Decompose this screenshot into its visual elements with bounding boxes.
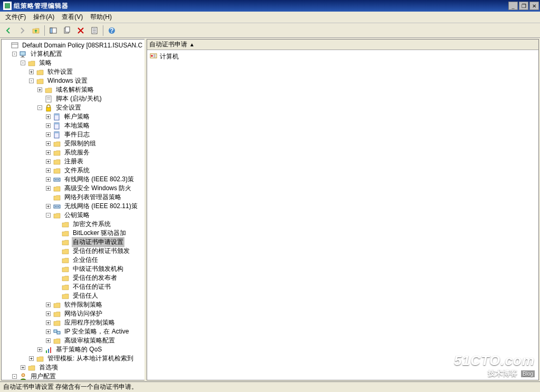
- tree-node[interactable]: +首选项: [2, 363, 144, 372]
- tree-node[interactable]: -安全设置: [2, 103, 144, 112]
- tree-node[interactable]: +无线网络 (IEEE 802.11)策: [2, 202, 144, 211]
- back-button[interactable]: [2, 24, 15, 37]
- tree-node[interactable]: 受信任的发布者: [2, 273, 144, 282]
- svg-point-32: [56, 206, 57, 207]
- tree-node[interactable]: +基于策略的 QoS: [2, 345, 144, 354]
- tree-node[interactable]: +受限制的组: [2, 139, 144, 148]
- tree-node[interactable]: 不信任的证书: [2, 282, 144, 291]
- twist-spacer: [54, 231, 59, 236]
- tree-node[interactable]: -公钥策略: [2, 211, 144, 220]
- expand-icon[interactable]: +: [46, 132, 51, 137]
- tree-node[interactable]: +高级审核策略配置: [2, 336, 144, 345]
- collapse-icon[interactable]: -: [21, 61, 25, 65]
- window-title: 组策略管理编辑器: [14, 2, 508, 11]
- expand-icon[interactable]: +: [46, 159, 51, 164]
- menu-file[interactable]: 文件(F): [2, 12, 29, 23]
- tree-node[interactable]: +软件限制策略: [2, 300, 144, 309]
- svg-point-28: [56, 179, 57, 180]
- maximize-button[interactable]: ❐: [519, 2, 528, 10]
- tree-node[interactable]: 自动证书申请设置: [2, 238, 144, 247]
- tree-pane[interactable]: Default Domain Policy [08SR11.ISUSAN.C-计…: [1, 39, 144, 380]
- collapse-icon[interactable]: -: [46, 213, 51, 218]
- collapse-icon[interactable]: -: [12, 374, 17, 379]
- expand-icon[interactable]: +: [46, 320, 51, 325]
- tree-node[interactable]: Default Domain Policy [08SR11.ISUSAN.C: [2, 41, 144, 50]
- collapse-icon[interactable]: -: [12, 52, 17, 56]
- script-icon: [44, 95, 53, 103]
- column-header-label: 自动证书申请: [149, 40, 187, 49]
- menu-action[interactable]: 操作(A): [30, 12, 57, 23]
- tree-node[interactable]: +IP 安全策略，在 Active: [2, 327, 144, 336]
- expand-icon[interactable]: +: [46, 302, 51, 307]
- tree-node[interactable]: +管理模板: 从本地计算机检索到: [2, 354, 144, 363]
- folder-icon: [61, 238, 70, 247]
- expand-icon[interactable]: +: [37, 347, 42, 352]
- expand-icon[interactable]: +: [46, 114, 51, 119]
- folder-icon: [53, 211, 61, 220]
- tree-node[interactable]: 网络列表管理器策略: [2, 193, 144, 202]
- list-view[interactable]: 计算机: [147, 50, 538, 380]
- close-button[interactable]: ✕: [529, 2, 539, 10]
- tree-node[interactable]: +有线网络 (IEEE 802.3)策: [2, 175, 144, 184]
- tree-node[interactable]: +网络访问保护: [2, 309, 144, 318]
- tree-node[interactable]: +系统服务: [2, 148, 144, 157]
- tree-node[interactable]: 受信任的根证书颁发: [2, 247, 144, 256]
- tree-node[interactable]: 脚本 (启动/关机): [2, 94, 144, 103]
- menu-help[interactable]: 帮助(H): [87, 12, 115, 23]
- tree-node[interactable]: +事件日志: [2, 130, 144, 139]
- tree-node[interactable]: -策略: [2, 58, 144, 67]
- column-header[interactable]: 自动证书申请 ▲: [147, 40, 538, 50]
- tree-node[interactable]: 加密文件系统: [2, 220, 144, 229]
- svg-text:?: ?: [110, 27, 113, 34]
- expand-icon[interactable]: +: [46, 168, 51, 173]
- help-button[interactable]: ?: [105, 24, 118, 37]
- svg-rect-15: [21, 57, 25, 57]
- tree-node[interactable]: +注册表: [2, 157, 144, 166]
- collapse-icon[interactable]: -: [29, 79, 34, 83]
- up-button[interactable]: [30, 24, 42, 37]
- expand-icon[interactable]: +: [21, 365, 25, 370]
- expand-icon[interactable]: +: [29, 70, 34, 74]
- folder-icon: [36, 68, 44, 76]
- expand-icon[interactable]: +: [46, 177, 51, 182]
- tree-node[interactable]: 企业信任: [2, 256, 144, 264]
- tree-node[interactable]: +软件设置: [2, 67, 144, 76]
- twist-spacer: [54, 240, 59, 244]
- qos-icon: [44, 346, 53, 354]
- tree-node[interactable]: -Windows 设置: [2, 76, 144, 85]
- folder-icon: [61, 247, 70, 256]
- tree-node[interactable]: BitLocker 驱动器加: [2, 229, 144, 238]
- tree-node[interactable]: 受信任人: [2, 291, 144, 300]
- twist-spacer: [54, 293, 59, 298]
- forward-button[interactable]: [16, 24, 28, 37]
- tree-node[interactable]: +高级安全 Windows 防火: [2, 184, 144, 193]
- tree-node[interactable]: +文件系统: [2, 166, 144, 175]
- tree-node[interactable]: +本地策略: [2, 121, 144, 130]
- tree-node[interactable]: +域名解析策略: [2, 85, 144, 94]
- show-pane-button[interactable]: [47, 24, 60, 37]
- delete-button[interactable]: [74, 24, 87, 37]
- menu-view[interactable]: 查看(V): [59, 12, 86, 23]
- expand-icon[interactable]: +: [37, 87, 42, 92]
- sort-arrow-icon: ▲: [189, 42, 195, 47]
- properties-button[interactable]: [88, 24, 101, 37]
- expand-icon[interactable]: +: [46, 204, 51, 209]
- tree-node[interactable]: -用户配置: [2, 372, 144, 380]
- expand-icon[interactable]: +: [46, 123, 51, 128]
- tree-node[interactable]: 中级证书颁发机构: [2, 264, 144, 273]
- export-button[interactable]: [61, 24, 73, 37]
- collapse-icon[interactable]: -: [37, 105, 42, 110]
- list-item[interactable]: 计算机: [148, 51, 537, 62]
- minimize-button[interactable]: _: [508, 2, 518, 10]
- expand-icon[interactable]: +: [46, 141, 51, 146]
- svg-rect-36: [46, 350, 47, 353]
- expand-icon[interactable]: +: [29, 356, 34, 361]
- expand-icon[interactable]: +: [46, 329, 51, 334]
- expand-icon[interactable]: +: [46, 311, 51, 316]
- tree-node[interactable]: -计算机配置: [2, 50, 144, 58]
- tree-node[interactable]: +帐户策略: [2, 112, 144, 121]
- tree-node[interactable]: +应用程序控制策略: [2, 318, 144, 327]
- expand-icon[interactable]: +: [46, 186, 51, 191]
- expand-icon[interactable]: +: [46, 338, 51, 343]
- expand-icon[interactable]: +: [46, 150, 51, 155]
